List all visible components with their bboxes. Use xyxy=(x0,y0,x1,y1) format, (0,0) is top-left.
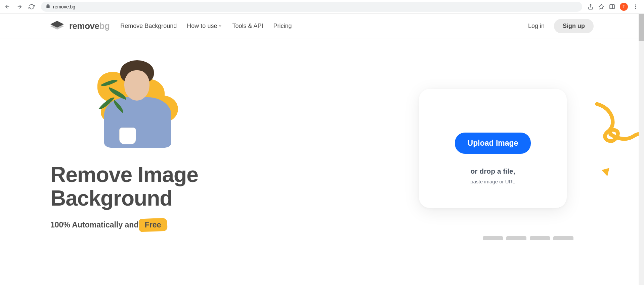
nav-tools-api[interactable]: Tools & API xyxy=(232,23,263,30)
menu-icon[interactable] xyxy=(633,4,639,10)
nav-how-to-use[interactable]: How to use xyxy=(187,23,222,30)
hero-right: Upload Image or drop a file, paste image… xyxy=(419,55,594,240)
nav-remove-background[interactable]: Remove Background xyxy=(120,23,177,30)
scrollbar-thumb[interactable] xyxy=(639,14,644,41)
star-icon[interactable] xyxy=(598,4,604,10)
nav-label: How to use xyxy=(187,23,217,30)
signup-button[interactable]: Sign up xyxy=(554,19,594,33)
back-button[interactable] xyxy=(3,3,11,11)
browser-nav-buttons xyxy=(3,3,36,11)
triangle-decoration xyxy=(602,168,611,177)
hero-illustration xyxy=(67,59,185,153)
svg-point-4 xyxy=(635,6,636,7)
plant-icon xyxy=(94,67,134,128)
profile-avatar[interactable]: T xyxy=(620,3,628,11)
browser-chrome: remove.bg T xyxy=(0,0,644,14)
login-link[interactable]: Log in xyxy=(528,23,545,30)
nav-label: Pricing xyxy=(273,23,292,30)
drop-text: or drop a file, xyxy=(432,167,553,175)
nav-label: Tools & API xyxy=(232,23,263,30)
avatar-letter: T xyxy=(622,4,625,9)
sample-thumbnails xyxy=(483,236,573,240)
panel-icon[interactable] xyxy=(609,4,615,10)
reload-button[interactable] xyxy=(28,3,36,11)
paste-text: paste image or URL xyxy=(432,179,553,184)
url-text: remove.bg xyxy=(53,4,75,9)
upload-button[interactable]: Upload Image xyxy=(455,133,531,154)
logo[interactable]: removebg xyxy=(50,21,110,31)
logo-mark-icon xyxy=(50,21,65,31)
thumbnail[interactable] xyxy=(506,236,526,240)
share-icon[interactable] xyxy=(588,4,594,10)
hero-title: Remove Image Background xyxy=(50,163,419,210)
logo-text: removebg xyxy=(69,21,110,31)
scrollbar[interactable] xyxy=(639,14,644,240)
header-right: Log in Sign up xyxy=(528,19,594,33)
hero-subtitle: 100% Automatically and Free xyxy=(50,220,419,230)
main-nav: Remove Background How to use Tools & API… xyxy=(120,23,292,30)
person-image xyxy=(101,60,175,148)
forward-button[interactable] xyxy=(15,3,24,11)
svg-rect-1 xyxy=(610,5,614,9)
page-header: removebg Remove Background How to use To… xyxy=(0,14,644,38)
main-content: Remove Image Background 100% Automatical… xyxy=(0,38,644,240)
thumbnail[interactable] xyxy=(553,236,573,240)
hero-left: Remove Image Background 100% Automatical… xyxy=(50,55,419,240)
lock-icon xyxy=(46,4,50,10)
address-bar[interactable]: remove.bg xyxy=(41,2,582,12)
upload-card[interactable]: Upload Image or drop a file, paste image… xyxy=(419,89,567,208)
svg-point-5 xyxy=(635,8,636,9)
chevron-down-icon xyxy=(218,23,222,30)
free-highlight: Free xyxy=(141,220,165,230)
url-link[interactable]: URL xyxy=(505,179,515,184)
thumbnail[interactable] xyxy=(530,236,550,240)
thumbnail[interactable] xyxy=(483,236,503,240)
svg-point-3 xyxy=(635,4,636,5)
squiggle-decoration xyxy=(594,102,644,171)
nav-pricing[interactable]: Pricing xyxy=(273,23,292,30)
browser-toolbar-right: T xyxy=(588,3,641,11)
nav-label: Remove Background xyxy=(120,23,177,30)
svg-marker-0 xyxy=(599,4,604,9)
